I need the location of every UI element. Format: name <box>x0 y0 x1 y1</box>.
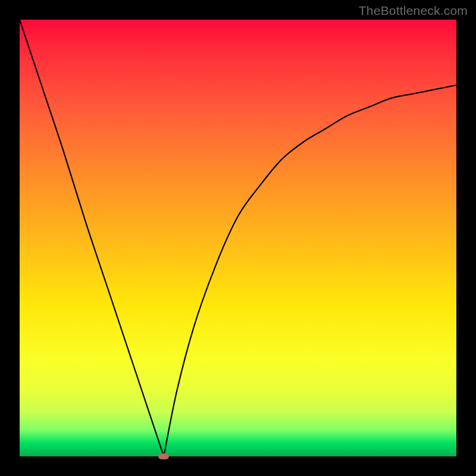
curve-left-branch <box>20 20 164 456</box>
chart-curves <box>20 20 456 456</box>
chart-plot-area <box>20 20 456 456</box>
chart-frame: TheBottleneck.com <box>0 0 476 476</box>
watermark-text: TheBottleneck.com <box>359 4 468 18</box>
minimum-marker <box>158 453 169 459</box>
curve-right-branch <box>164 85 456 456</box>
